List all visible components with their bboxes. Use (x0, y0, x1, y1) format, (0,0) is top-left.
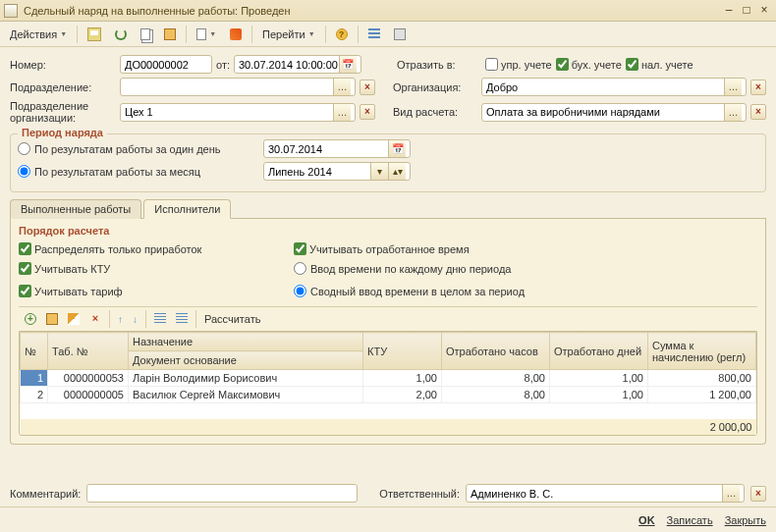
tab-works[interactable]: Выполненные работы (10, 199, 141, 219)
chk-nal[interactable]: нал. учете (626, 58, 693, 71)
doc-icon (196, 28, 206, 40)
arrow-down-icon: ↓ (133, 314, 138, 325)
period-day-input[interactable]: 📅 (263, 139, 411, 158)
radio-per-day[interactable]: По результатам работы за один день (18, 142, 259, 155)
calc-order-title: Порядок расчета (19, 225, 757, 237)
performers-grid[interactable]: № Таб. № Назначение КТУ Отработано часов… (19, 331, 757, 436)
goto-label: Перейти (262, 28, 305, 40)
subdiv-label: Подразделение: (10, 81, 116, 93)
radio-per-month[interactable]: По результатам работы за месяц (18, 165, 259, 178)
row-edit-button[interactable] (64, 310, 83, 328)
help-button[interactable]: ? (330, 26, 354, 43)
run-button[interactable] (224, 26, 248, 43)
col-sum[interactable]: Сумма к начислению (регл) (648, 333, 756, 370)
sort-asc-button[interactable] (150, 310, 170, 328)
select-icon[interactable]: … (722, 485, 740, 502)
move-up-button[interactable]: ↑ (114, 311, 127, 328)
actions-label: Действия (10, 28, 57, 40)
chevron-down-icon: ▼ (308, 30, 315, 37)
close-form-button[interactable]: Закрыть (725, 514, 766, 526)
clear-org-button[interactable]: × (750, 80, 766, 95)
subdiv-org-input[interactable]: … (120, 103, 356, 122)
calc-type-label: Вид расчета: (393, 106, 477, 118)
table-row[interactable]: 10000000053Ларін Володимир Борисович1,00… (21, 370, 756, 387)
clear-subdiv-button[interactable]: × (360, 80, 375, 95)
clear-calc-type-button[interactable]: × (750, 104, 766, 120)
refresh-button[interactable] (109, 26, 133, 43)
calendar-icon[interactable]: 📅 (339, 56, 357, 73)
select-icon[interactable]: … (724, 104, 742, 121)
move-down-button[interactable]: ↓ (129, 311, 141, 328)
org-label: Организация: (393, 81, 477, 93)
doc-button[interactable]: ▼ (191, 26, 222, 43)
list-icon (368, 28, 380, 40)
subdiv-input[interactable]: … (120, 78, 356, 96)
book-icon (164, 28, 176, 40)
subdiv-org-label: Подразделение организации: (10, 100, 116, 124)
chk-ktu[interactable]: Учитывать КТУ (19, 259, 274, 278)
row-add-button[interactable] (21, 310, 40, 328)
clear-resp-button[interactable]: × (750, 486, 766, 502)
copy-button[interactable] (135, 26, 156, 43)
chk-only-extra[interactable]: Распределять только приработок (19, 242, 274, 255)
book-button[interactable] (158, 26, 182, 43)
document-icon (4, 4, 18, 18)
date-input[interactable]: 📅 (234, 55, 361, 74)
reflect-label: Отразить в: (397, 59, 481, 71)
config-button[interactable] (388, 26, 412, 43)
help-icon: ? (336, 28, 348, 40)
col-ktu[interactable]: КТУ (363, 333, 442, 370)
sort-desc-button[interactable] (172, 310, 192, 328)
delete-icon: × (89, 313, 101, 325)
number-input[interactable] (120, 55, 212, 74)
org-input[interactable]: … (481, 78, 747, 96)
col-assignment[interactable]: Назначение (129, 333, 363, 351)
radio-time-per-day[interactable]: Ввод времени по каждому дню периода (294, 262, 757, 275)
list-button[interactable] (362, 26, 386, 43)
minimize-button[interactable]: – (721, 4, 737, 18)
resp-input[interactable]: … (466, 484, 745, 503)
comment-input[interactable] (86, 484, 358, 503)
add-icon (25, 313, 36, 325)
arrow-up-icon: ↑ (118, 314, 123, 325)
ok-button[interactable]: OK (638, 514, 655, 526)
calendar-icon[interactable]: 📅 (388, 140, 406, 157)
sort-desc-icon (176, 313, 188, 325)
calc-type-input[interactable]: … (481, 103, 747, 122)
col-tabnum[interactable]: Таб. № (48, 333, 129, 370)
select-icon[interactable]: … (333, 79, 351, 95)
goto-menu[interactable]: Перейти ▼ (256, 26, 321, 43)
spinner-icon[interactable]: ▴▾ (388, 163, 406, 180)
radio-time-summary[interactable]: Сводный ввод времени в целом за период (294, 285, 757, 297)
row-delete-button[interactable]: × (85, 310, 105, 328)
save-button[interactable] (82, 25, 107, 44)
close-button[interactable]: × (756, 4, 772, 18)
chk-tariff[interactable]: Учитывать тариф (19, 282, 274, 300)
chk-upr[interactable]: упр. учете (485, 58, 552, 71)
save-icon (87, 27, 101, 41)
chk-buh[interactable]: бух. учете (556, 58, 622, 71)
calculate-button[interactable]: Рассчитать (200, 310, 264, 328)
chevron-down-icon[interactable]: ▾ (370, 163, 388, 180)
config-icon (394, 28, 406, 40)
date-label: от: (216, 59, 230, 71)
period-legend: Период наряда (18, 127, 107, 138)
save-record-button[interactable]: Записать (667, 514, 713, 526)
actions-menu[interactable]: Действия ▼ (4, 26, 73, 43)
table-row[interactable]: 20000000005Василюк Сергей Максимович2,00… (21, 387, 756, 403)
col-doc-basis[interactable]: Документ основание (129, 351, 363, 370)
chevron-down-icon: ▼ (209, 30, 216, 37)
col-hours[interactable]: Отработано часов (442, 333, 550, 370)
col-days[interactable]: Отработано дней (550, 333, 648, 370)
chk-worked-time[interactable]: Учитывать отработанное время (294, 242, 757, 255)
resp-label: Ответственный: (379, 488, 460, 500)
clear-subdiv-org-button[interactable]: × (360, 104, 375, 120)
select-icon[interactable]: … (333, 104, 351, 121)
chevron-down-icon: ▼ (60, 30, 67, 37)
maximize-button[interactable]: □ (739, 4, 754, 18)
tab-performers[interactable]: Исполнители (143, 199, 231, 219)
period-month-input[interactable]: ▾ ▴▾ (263, 162, 411, 181)
col-num[interactable]: № (21, 333, 48, 370)
select-icon[interactable]: … (724, 79, 742, 95)
row-insert-button[interactable] (42, 310, 62, 328)
